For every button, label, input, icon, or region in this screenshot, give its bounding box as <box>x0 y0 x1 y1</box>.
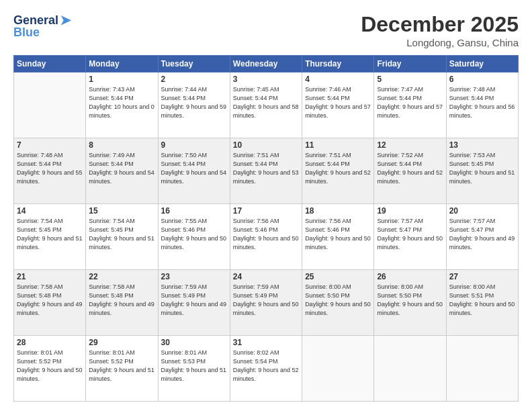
table-cell: 13Sunrise: 7:53 AM Sunset: 5:45 PM Dayli… <box>446 138 518 204</box>
col-friday: Friday <box>374 56 446 73</box>
table-cell: 2Sunrise: 7:44 AM Sunset: 5:44 PM Daylig… <box>158 73 230 138</box>
day-number: 8 <box>89 140 154 150</box>
day-number: 1 <box>89 75 154 84</box>
day-number: 20 <box>449 206 515 216</box>
day-info: Sunrise: 8:01 AM Sunset: 5:52 PM Dayligh… <box>17 349 83 383</box>
logo: General➤ Blue <box>13 12 71 40</box>
table-cell: 14Sunrise: 7:54 AM Sunset: 5:45 PM Dayli… <box>14 204 86 270</box>
day-info: Sunrise: 7:57 AM Sunset: 5:47 PM Dayligh… <box>449 217 515 252</box>
day-number: 10 <box>233 140 299 150</box>
day-info: Sunrise: 8:01 AM Sunset: 5:52 PM Dayligh… <box>89 349 154 383</box>
day-info: Sunrise: 7:54 AM Sunset: 5:45 PM Dayligh… <box>17 217 83 252</box>
table-cell: 24Sunrise: 7:59 AM Sunset: 5:49 PM Dayli… <box>230 270 302 336</box>
calendar-week-row: 7Sunrise: 7:48 AM Sunset: 5:44 PM Daylig… <box>14 138 519 204</box>
table-cell: 3Sunrise: 7:45 AM Sunset: 5:44 PM Daylig… <box>230 73 302 138</box>
day-info: Sunrise: 7:55 AM Sunset: 5:46 PM Dayligh… <box>161 217 227 252</box>
day-info: Sunrise: 7:54 AM Sunset: 5:45 PM Dayligh… <box>89 217 154 252</box>
day-info: Sunrise: 7:48 AM Sunset: 5:44 PM Dayligh… <box>17 151 83 186</box>
day-info: Sunrise: 8:02 AM Sunset: 5:54 PM Dayligh… <box>233 349 299 383</box>
table-cell: 7Sunrise: 7:48 AM Sunset: 5:44 PM Daylig… <box>14 138 86 204</box>
day-info: Sunrise: 8:00 AM Sunset: 5:50 PM Dayligh… <box>377 283 443 318</box>
day-number: 7 <box>17 140 83 150</box>
day-number: 22 <box>89 272 154 281</box>
day-info: Sunrise: 7:47 AM Sunset: 5:44 PM Dayligh… <box>377 85 443 120</box>
col-sunday: Sunday <box>14 56 86 73</box>
table-cell: 20Sunrise: 7:57 AM Sunset: 5:47 PM Dayli… <box>446 204 518 270</box>
table-cell: 5Sunrise: 7:47 AM Sunset: 5:44 PM Daylig… <box>374 73 446 138</box>
day-info: Sunrise: 7:51 AM Sunset: 5:44 PM Dayligh… <box>233 151 299 186</box>
col-thursday: Thursday <box>302 56 374 73</box>
day-number: 21 <box>17 272 83 281</box>
day-number: 13 <box>449 140 515 150</box>
table-cell: 18Sunrise: 7:56 AM Sunset: 5:46 PM Dayli… <box>302 204 374 270</box>
col-wednesday: Wednesday <box>230 56 302 73</box>
logo-blue: Blue <box>13 26 40 40</box>
day-info: Sunrise: 7:48 AM Sunset: 5:44 PM Dayligh… <box>449 85 515 120</box>
table-cell: 4Sunrise: 7:46 AM Sunset: 5:44 PM Daylig… <box>302 73 374 138</box>
day-number: 23 <box>161 272 227 281</box>
table-cell <box>446 336 518 402</box>
day-info: Sunrise: 7:56 AM Sunset: 5:46 PM Dayligh… <box>233 217 299 252</box>
day-number: 15 <box>89 206 154 216</box>
table-cell <box>14 73 86 138</box>
header: General➤ Blue December 2025 Longdong, Ga… <box>13 12 519 48</box>
day-number: 16 <box>161 206 227 216</box>
day-number: 28 <box>17 338 83 347</box>
calendar-table: Sunday Monday Tuesday Wednesday Thursday… <box>13 55 519 402</box>
day-info: Sunrise: 7:52 AM Sunset: 5:44 PM Dayligh… <box>377 151 443 186</box>
day-info: Sunrise: 7:59 AM Sunset: 5:49 PM Dayligh… <box>161 283 227 318</box>
table-cell: 31Sunrise: 8:02 AM Sunset: 5:54 PM Dayli… <box>230 336 302 402</box>
table-cell: 17Sunrise: 7:56 AM Sunset: 5:46 PM Dayli… <box>230 204 302 270</box>
table-cell: 26Sunrise: 8:00 AM Sunset: 5:50 PM Dayli… <box>374 270 446 336</box>
day-number: 11 <box>305 140 371 150</box>
day-number: 2 <box>161 75 227 84</box>
day-number: 30 <box>161 338 227 347</box>
day-number: 4 <box>305 75 371 84</box>
table-cell: 1Sunrise: 7:43 AM Sunset: 5:44 PM Daylig… <box>86 73 158 138</box>
location: Longdong, Gansu, China <box>361 37 519 48</box>
table-cell: 8Sunrise: 7:49 AM Sunset: 5:44 PM Daylig… <box>86 138 158 204</box>
day-number: 3 <box>233 75 299 84</box>
day-number: 5 <box>377 75 443 84</box>
day-info: Sunrise: 7:53 AM Sunset: 5:45 PM Dayligh… <box>449 151 515 186</box>
day-info: Sunrise: 8:01 AM Sunset: 5:53 PM Dayligh… <box>161 349 227 383</box>
table-cell: 12Sunrise: 7:52 AM Sunset: 5:44 PM Dayli… <box>374 138 446 204</box>
title-block: December 2025 Longdong, Gansu, China <box>361 12 519 48</box>
month-title: December 2025 <box>361 12 519 37</box>
col-saturday: Saturday <box>446 56 518 73</box>
table-cell: 27Sunrise: 8:00 AM Sunset: 5:51 PM Dayli… <box>446 270 518 336</box>
table-cell: 25Sunrise: 8:00 AM Sunset: 5:50 PM Dayli… <box>302 270 374 336</box>
table-cell <box>374 336 446 402</box>
table-cell: 28Sunrise: 8:01 AM Sunset: 5:52 PM Dayli… <box>14 336 86 402</box>
day-info: Sunrise: 7:57 AM Sunset: 5:47 PM Dayligh… <box>377 217 443 252</box>
table-cell: 10Sunrise: 7:51 AM Sunset: 5:44 PM Dayli… <box>230 138 302 204</box>
day-number: 31 <box>233 338 299 347</box>
col-tuesday: Tuesday <box>158 56 230 73</box>
table-cell: 22Sunrise: 7:58 AM Sunset: 5:48 PM Dayli… <box>86 270 158 336</box>
day-number: 17 <box>233 206 299 216</box>
day-info: Sunrise: 7:56 AM Sunset: 5:46 PM Dayligh… <box>305 217 371 252</box>
day-number: 29 <box>89 338 154 347</box>
day-info: Sunrise: 7:44 AM Sunset: 5:44 PM Dayligh… <box>161 85 227 120</box>
calendar-week-row: 14Sunrise: 7:54 AM Sunset: 5:45 PM Dayli… <box>14 204 519 270</box>
day-info: Sunrise: 7:45 AM Sunset: 5:44 PM Dayligh… <box>233 85 299 120</box>
day-info: Sunrise: 7:58 AM Sunset: 5:48 PM Dayligh… <box>17 283 83 318</box>
day-info: Sunrise: 7:49 AM Sunset: 5:44 PM Dayligh… <box>89 151 154 186</box>
day-info: Sunrise: 7:51 AM Sunset: 5:44 PM Dayligh… <box>305 151 371 186</box>
day-number: 14 <box>17 206 83 216</box>
day-number: 24 <box>233 272 299 281</box>
day-number: 12 <box>377 140 443 150</box>
calendar-week-row: 1Sunrise: 7:43 AM Sunset: 5:44 PM Daylig… <box>14 73 519 138</box>
logo-bird-icon: ➤ <box>60 12 71 28</box>
table-cell: 29Sunrise: 8:01 AM Sunset: 5:52 PM Dayli… <box>86 336 158 402</box>
day-number: 6 <box>449 75 515 84</box>
day-number: 25 <box>305 272 371 281</box>
day-info: Sunrise: 7:43 AM Sunset: 5:44 PM Dayligh… <box>89 85 154 120</box>
calendar-header-row: Sunday Monday Tuesday Wednesday Thursday… <box>14 56 519 73</box>
table-cell <box>302 336 374 402</box>
page: General➤ Blue December 2025 Longdong, Ga… <box>0 0 532 411</box>
day-info: Sunrise: 8:00 AM Sunset: 5:50 PM Dayligh… <box>305 283 371 318</box>
table-cell: 11Sunrise: 7:51 AM Sunset: 5:44 PM Dayli… <box>302 138 374 204</box>
table-cell: 9Sunrise: 7:50 AM Sunset: 5:44 PM Daylig… <box>158 138 230 204</box>
calendar-week-row: 21Sunrise: 7:58 AM Sunset: 5:48 PM Dayli… <box>14 270 519 336</box>
